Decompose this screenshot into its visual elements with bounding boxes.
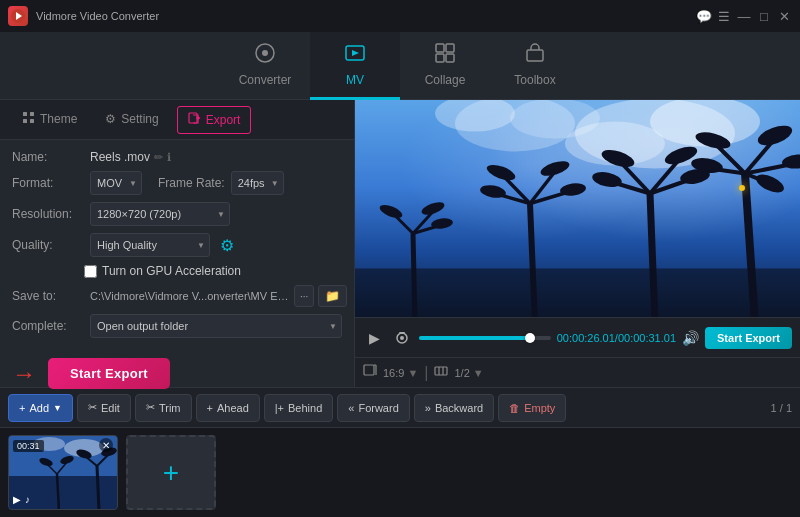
framerate-select-wrapper: 24fps 25fps 30fps 60fps bbox=[231, 171, 284, 195]
quality-settings-icon[interactable]: ⚙ bbox=[220, 236, 234, 255]
complete-select[interactable]: Open output folder Do nothing Open file bbox=[90, 314, 342, 338]
converter-icon bbox=[254, 42, 276, 69]
subtab-export[interactable]: Export bbox=[177, 106, 252, 134]
toolbar: + Add ▼ ✂ Edit ✂ Trim + Ahead |+ Behind … bbox=[0, 387, 800, 427]
snapshot-btn[interactable] bbox=[391, 327, 413, 349]
framerate-select[interactable]: 24fps 25fps 30fps 60fps bbox=[231, 171, 284, 195]
resolution-select[interactable]: 1280×720 (720p) 1920×1080 (1080p) 854×48… bbox=[90, 202, 230, 226]
path-dots-btn[interactable]: ··· bbox=[294, 285, 314, 307]
svg-rect-60 bbox=[399, 332, 405, 334]
name-row: Name: Reels .mov ✏ ℹ bbox=[12, 150, 342, 164]
video-export-btn[interactable]: Start Export bbox=[705, 327, 792, 349]
progress-handle[interactable] bbox=[525, 333, 535, 343]
forward-btn[interactable]: « Forward bbox=[337, 394, 409, 422]
behind-btn[interactable]: |+ Behind bbox=[264, 394, 334, 422]
complete-select-wrapper: Open output folder Do nothing Open file bbox=[90, 314, 342, 338]
tab-converter[interactable]: Converter bbox=[220, 32, 310, 100]
app-icon bbox=[8, 6, 28, 26]
format-select[interactable]: MOV MP4 AVI MKV bbox=[90, 171, 142, 195]
video-controls: ▶ 00:00:26.01/00:00:31.01 🔊 Start Export bbox=[355, 317, 800, 357]
svg-rect-13 bbox=[30, 119, 34, 123]
subtab-setting[interactable]: ⚙ Setting bbox=[91, 100, 172, 140]
setting-gear-icon: ⚙ bbox=[105, 112, 116, 126]
crop2-icon bbox=[434, 364, 448, 381]
folder-btn[interactable]: 📁 bbox=[318, 285, 347, 307]
mv-label: MV bbox=[346, 73, 364, 87]
svg-point-3 bbox=[262, 50, 268, 56]
nav-tabs: Converter MV Collage Toolb bbox=[0, 32, 800, 100]
collage-icon bbox=[434, 42, 456, 69]
backward-icon: » bbox=[425, 402, 431, 414]
edit-name-icon[interactable]: ✏ bbox=[154, 151, 163, 164]
app-title: Vidmore Video Converter bbox=[36, 10, 159, 22]
export-icon bbox=[188, 112, 201, 128]
timeline-add-btn[interactable]: + bbox=[126, 435, 216, 510]
svg-line-71 bbox=[97, 466, 99, 510]
volume-icon[interactable]: 🔊 bbox=[682, 330, 699, 346]
trim-icon: ✂ bbox=[146, 401, 155, 414]
video-preview bbox=[355, 100, 800, 317]
empty-btn[interactable]: 🗑 Empty bbox=[498, 394, 566, 422]
timeline: 00:31 ✕ ▶ ♪ + bbox=[0, 427, 800, 517]
resolution-row: Resolution: 1280×720 (720p) 1920×1080 (1… bbox=[12, 202, 342, 226]
edit-btn[interactable]: ✂ Edit bbox=[77, 394, 131, 422]
window-controls: 💬 ☰ — □ ✕ bbox=[696, 8, 792, 24]
timeline-icons: ▶ ♪ bbox=[13, 494, 30, 505]
quality-select-wrapper: High Quality Medium Quality Low Quality bbox=[90, 233, 210, 257]
aspect-divider: | bbox=[424, 364, 428, 382]
ahead-btn[interactable]: + Ahead bbox=[196, 394, 260, 422]
time-display: 00:00:26.01/00:00:31.01 bbox=[557, 332, 676, 344]
svg-rect-8 bbox=[446, 54, 454, 62]
complete-label: Complete: bbox=[12, 319, 84, 333]
timeline-volume-icon: ♪ bbox=[25, 494, 30, 505]
timeline-item[interactable]: 00:31 ✕ ▶ ♪ bbox=[8, 435, 118, 510]
format-select-wrapper: MOV MP4 AVI MKV bbox=[90, 171, 142, 195]
sub-tabs: Theme ⚙ Setting Export bbox=[0, 100, 354, 140]
minimize-btn[interactable]: — bbox=[736, 8, 752, 24]
trim-btn[interactable]: ✂ Trim bbox=[135, 394, 192, 422]
setting-label: Setting bbox=[121, 112, 158, 126]
chat-btn[interactable]: 💬 bbox=[696, 8, 712, 24]
resolution-select-wrapper: 1280×720 (720p) 1920×1080 (1080p) 854×48… bbox=[90, 202, 230, 226]
crop-chevron[interactable]: ▼ bbox=[473, 367, 484, 379]
progress-fill bbox=[419, 336, 530, 340]
svg-rect-61 bbox=[364, 365, 374, 375]
video-sub-controls: 16:9 ▼ | 1/2 ▼ bbox=[355, 357, 800, 387]
form-area: Name: Reels .mov ✏ ℹ Format: MOV MP4 AVI… bbox=[0, 140, 354, 348]
maximize-btn[interactable]: □ bbox=[756, 8, 772, 24]
plus-icon: + bbox=[19, 402, 25, 414]
info-icon[interactable]: ℹ bbox=[167, 151, 171, 164]
backward-btn[interactable]: » Backward bbox=[414, 394, 494, 422]
toolbox-icon bbox=[524, 42, 546, 69]
add-chevron-icon: ▼ bbox=[53, 403, 62, 413]
title-bar: Vidmore Video Converter 💬 ☰ — □ ✕ bbox=[0, 0, 800, 32]
tab-mv[interactable]: MV bbox=[310, 32, 400, 100]
format-row: Format: MOV MP4 AVI MKV Frame Rate: 24fp… bbox=[12, 171, 342, 195]
progress-bar[interactable] bbox=[419, 336, 551, 340]
tab-collage[interactable]: Collage bbox=[400, 32, 490, 100]
crop-icon bbox=[363, 364, 377, 381]
play-btn[interactable]: ▶ bbox=[363, 327, 385, 349]
tab-toolbox[interactable]: Toolbox bbox=[490, 32, 580, 100]
timeline-close-btn[interactable]: ✕ bbox=[99, 438, 113, 452]
export-label: Export bbox=[206, 113, 241, 127]
quality-select[interactable]: High Quality Medium Quality Low Quality bbox=[90, 233, 210, 257]
gpu-checkbox[interactable] bbox=[84, 265, 97, 278]
complete-row: Complete: Open output folder Do nothing … bbox=[12, 314, 342, 338]
close-btn[interactable]: ✕ bbox=[776, 8, 792, 24]
aspect-chevron[interactable]: ▼ bbox=[407, 367, 418, 379]
subtab-theme[interactable]: Theme bbox=[8, 100, 91, 140]
arrow-right-icon: → bbox=[12, 360, 36, 388]
timeline-play-icon: ▶ bbox=[13, 494, 21, 505]
theme-grid-icon bbox=[22, 111, 35, 127]
framerate-label: Frame Rate: bbox=[158, 176, 225, 190]
aspect-value: 16:9 bbox=[383, 367, 404, 379]
svg-rect-9 bbox=[527, 50, 543, 61]
menu-btn[interactable]: ☰ bbox=[716, 8, 732, 24]
svg-rect-6 bbox=[446, 44, 454, 52]
forward-icon: « bbox=[348, 402, 354, 414]
start-export-button[interactable]: Start Export bbox=[48, 358, 170, 389]
converter-label: Converter bbox=[239, 73, 292, 87]
add-btn[interactable]: + Add ▼ bbox=[8, 394, 73, 422]
page-indicator: 1 / 1 bbox=[771, 402, 792, 414]
